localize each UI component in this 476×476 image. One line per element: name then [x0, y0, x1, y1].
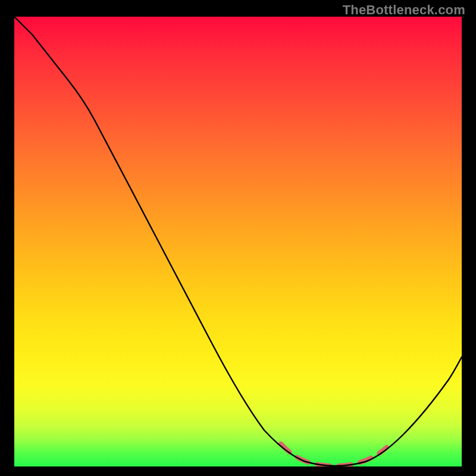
bottleneck-curve [14, 17, 462, 466]
optimal-range-highlight [281, 444, 387, 466]
plot-area [14, 17, 462, 466]
watermark-text: TheBottleneck.com [343, 2, 465, 18]
chart-svg [14, 17, 462, 466]
chart-container: TheBottleneck.com [0, 0, 476, 476]
